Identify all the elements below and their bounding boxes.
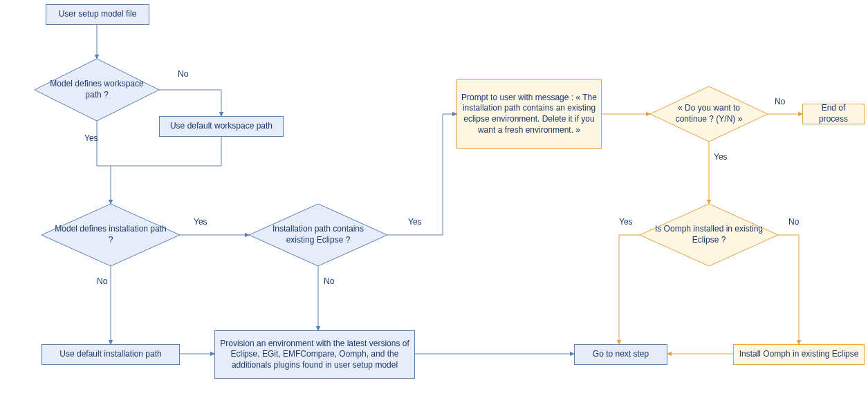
label-oomph-no: No [788, 217, 799, 227]
label-existing-no: No [324, 276, 334, 286]
node-prompt: Prompt to user with message : « The inst… [456, 79, 602, 149]
node-decision-workspace: Model defines workspace path ? [35, 59, 159, 121]
node-decision-oomph: Is Oomph installed in existing Eclipse ? [640, 204, 778, 266]
node-start: User setup model file [46, 4, 149, 25]
label-continue-no: No [775, 97, 785, 106]
node-decision-existing-text: Installation path contains existing Ecli… [249, 224, 387, 245]
node-decision-continue-text: « Do you want to continue ? (Y/N) » [650, 103, 768, 124]
label-existing-yes: Yes [408, 217, 422, 227]
node-decision-oomph-text: Is Oomph installed in existing Eclipse ? [640, 224, 778, 245]
node-decision-install: Model defines installation path ? [41, 204, 180, 266]
node-decision-workspace-text: Model defines workspace path ? [35, 79, 159, 100]
label-install-yes: Yes [194, 217, 207, 227]
node-decision-existing: Installation path contains existing Ecli… [249, 204, 387, 266]
node-provision: Provision an environment with the latest… [214, 330, 415, 379]
label-oomph-yes: Yes [619, 217, 633, 227]
node-goto-next: Go to next step [574, 344, 667, 365]
label-continue-yes: Yes [714, 152, 728, 162]
node-install-oomph: Install Oomph in existing Eclipse [733, 344, 865, 365]
node-use-default-workspace: Use default workspace path [159, 116, 284, 137]
node-end: End of process [802, 104, 865, 124]
label-install-no: No [97, 276, 107, 286]
label-workspace-no: No [178, 69, 188, 79]
node-use-default-install: Use default installation path [41, 344, 180, 365]
node-decision-install-text: Model defines installation path ? [41, 224, 180, 245]
label-workspace-yes: Yes [84, 133, 98, 143]
node-decision-continue: « Do you want to continue ? (Y/N) » [650, 86, 768, 142]
